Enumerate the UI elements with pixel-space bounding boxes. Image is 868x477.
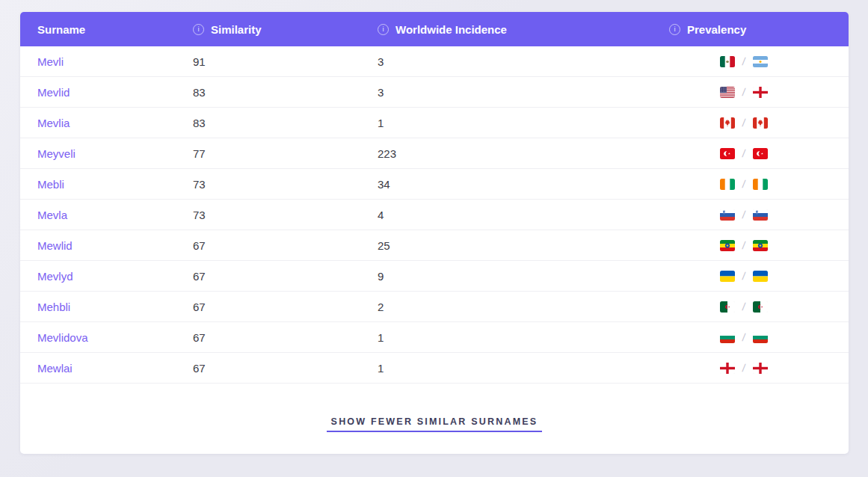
prevalency-cell: / [669,209,849,221]
prevalency-cell: / [669,362,849,374]
flag-icon-mexico[interactable] [720,56,735,67]
flag-separator: / [742,147,746,159]
flag-icon-ukraine[interactable] [720,271,735,282]
surname-cell: Mewlid [37,239,193,252]
surname-link[interactable]: Mevlyd [37,270,73,283]
incidence-value: 4 [378,209,669,221]
info-icon[interactable]: i [669,24,680,35]
flag-separator: / [742,270,746,282]
flag-icon-england[interactable] [753,363,768,374]
column-label: Prevalency [687,23,746,36]
column-label: Surname [37,23,85,36]
flag-icon-united-states[interactable] [720,87,735,98]
prevalency-cell: / [669,86,849,98]
prevalency-cell: / [669,178,849,190]
surname-cell: Mevlidova [37,331,193,344]
flag-icon-algeria[interactable] [720,301,735,313]
flag-icon-slovenia[interactable] [753,209,768,221]
table-row: Mevlia 83 1 / [20,108,849,138]
table-body: Mevli 91 3 / Mevlid 83 3 / [20,46,849,384]
prevalency-cell: / [669,301,849,313]
similarity-value: 73 [193,209,378,221]
flag-icon-ivory-coast[interactable] [753,179,768,190]
flag-icon-england[interactable] [753,87,768,98]
incidence-value: 3 [378,55,669,68]
table-row: Mevla 73 4 / [20,200,849,230]
table-row: Mehbli 67 2 / [20,292,849,322]
flag-icon-england[interactable] [720,363,735,374]
similarity-value: 77 [193,147,378,160]
prevalency-cell: / [669,331,849,343]
surname-link[interactable]: Mevlia [37,117,70,129]
column-label: Similarity [211,23,262,36]
flag-icon-bulgaria[interactable] [753,332,768,343]
flag-separator: / [742,362,746,374]
surname-cell: Mevlia [37,117,193,129]
similarity-value: 83 [193,86,378,99]
surname-cell: Meyveli [37,147,193,160]
table-row: Mebli 73 34 / [20,169,849,200]
flag-icon-turkey[interactable] [753,148,768,159]
table-header: Surname i Similarity i Worldwide Inciden… [20,12,849,46]
prevalency-cell: / [669,270,849,282]
incidence-value: 1 [378,362,669,375]
surname-link[interactable]: Mebli [37,178,64,191]
incidence-value: 25 [378,239,669,252]
prevalency-cell: / [669,117,849,129]
surname-link[interactable]: Mewlid [37,239,73,252]
flag-icon-ivory-coast[interactable] [720,179,735,190]
show-fewer-surnames-button[interactable]: SHOW FEWER SIMILAR SURNAMES [327,416,543,432]
surname-link[interactable]: Mevlid [37,86,70,99]
table-row: Mevlyd 67 9 / [20,261,849,292]
surname-link[interactable]: Mevlidova [37,331,88,344]
table-row: Mevlidova 67 1 / [20,322,849,353]
flag-icon-slovenia[interactable] [720,209,735,221]
flag-icon-ethiopia[interactable] [720,240,735,251]
flag-separator: / [742,331,746,343]
surname-cell: Mewlai [37,362,193,375]
table-row: Mevlid 83 3 / [20,77,849,108]
similarity-value: 67 [193,270,378,283]
similarity-value: 91 [193,55,378,68]
table-footer: SHOW FEWER SIMILAR SURNAMES [20,414,849,432]
incidence-value: 2 [378,301,669,313]
flag-icon-ukraine[interactable] [753,271,768,282]
column-header-surname: Surname [37,23,193,36]
flag-separator: / [742,239,746,251]
prevalency-cell: / [669,147,849,159]
incidence-value: 1 [378,117,669,129]
incidence-value: 3 [378,86,669,99]
table-row: Meyveli 77 223 / [20,138,849,169]
surname-cell: Mebli [37,178,193,191]
surname-link[interactable]: Mehbli [37,301,70,313]
incidence-value: 223 [378,147,669,160]
incidence-value: 9 [378,270,669,283]
surname-link[interactable]: Mevli [37,55,64,68]
flag-icon-argentina[interactable] [753,56,768,67]
flag-icon-algeria[interactable] [753,301,768,313]
surname-link[interactable]: Mewlai [37,362,73,375]
flag-separator: / [742,178,746,190]
column-label: Worldwide Incidence [395,23,507,36]
flag-separator: / [742,301,746,313]
surname-link[interactable]: Meyveli [37,147,76,160]
prevalency-cell: / [669,239,849,251]
flag-separator: / [742,117,746,129]
info-icon[interactable]: i [193,24,204,35]
column-header-worldwide-incidence: i Worldwide Incidence [378,23,669,36]
column-header-similarity: i Similarity [193,23,378,36]
flag-icon-bulgaria[interactable] [720,332,735,343]
flag-icon-canada[interactable] [720,117,735,129]
table-row: Mevli 91 3 / [20,46,849,77]
flag-separator: / [742,86,746,98]
surname-cell: Mevlid [37,86,193,99]
table-row: Mewlai 67 1 / [20,353,849,384]
surname-link[interactable]: Mevla [37,209,67,221]
info-icon[interactable]: i [378,24,389,35]
similarity-value: 67 [193,239,378,252]
similar-surnames-card: Surname i Similarity i Worldwide Inciden… [20,12,849,454]
flag-icon-canada[interactable] [753,117,768,129]
surname-cell: Mevla [37,209,193,221]
flag-icon-turkey[interactable] [720,148,735,159]
flag-icon-ethiopia[interactable] [753,240,768,251]
